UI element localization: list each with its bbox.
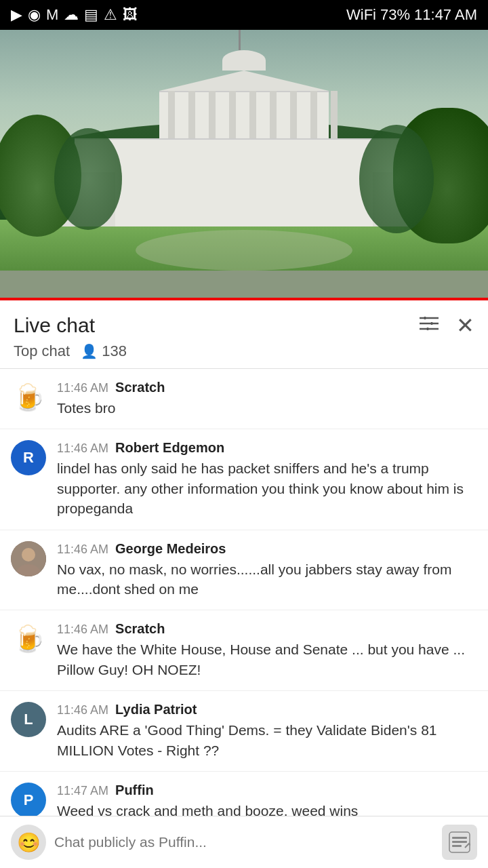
scratch-avatar-emoji: 🍺 — [13, 384, 45, 410]
message-timestamp: 11:47 AM — [57, 784, 108, 798]
m-icon: M — [46, 6, 58, 24]
message-body: 11:46 AM Scratch Totes bro — [57, 380, 477, 418]
message-body: 11:46 AM Robert Edgemon lindel has only … — [57, 440, 477, 518]
message-body: 11:46 AM Lydia Patriot Audits ARE a 'Goo… — [57, 702, 477, 760]
chat-messages-container: 🍺 11:46 AM Scratch Totes bro R 11:46 AM … — [0, 369, 488, 868]
folder-icon: ▤ — [84, 6, 98, 24]
pokeball-icon: ◉ — [28, 6, 41, 24]
smiley-icon: 😊 — [17, 831, 41, 854]
send-superchat-button[interactable] — [442, 825, 477, 860]
message-timestamp: 11:46 AM — [57, 381, 108, 395]
message-author: Lydia Patriot — [115, 702, 197, 717]
avatar: L — [11, 702, 46, 737]
message-timestamp: 11:46 AM — [57, 542, 108, 557]
status-left-icons: ▶ ◉ M ☁ ▤ ⚠ 🖼 — [11, 6, 138, 24]
svg-rect-11 — [452, 841, 467, 843]
message-text: No vax, no mask, no worries......all you… — [57, 559, 477, 599]
header-icon-group: ✕ — [418, 313, 474, 338]
list-item: 🍺 11:46 AM Scratch Totes bro — [0, 369, 488, 429]
image-icon: 🖼 — [123, 6, 138, 24]
svg-rect-12 — [452, 845, 462, 847]
avatar: 🍺 — [11, 621, 46, 656]
message-body: 11:46 AM Scratch We have the White House… — [57, 621, 477, 679]
cloud-icon: ☁ — [64, 6, 79, 24]
message-author: Scratch — [115, 621, 165, 637]
message-text: lindel has only said he has packet sniff… — [57, 458, 477, 518]
avatar — [11, 541, 46, 576]
alert-icon: ⚠ — [104, 6, 117, 24]
status-right-info: WiFi 73% 11:47 AM — [346, 6, 477, 24]
youtube-icon: ▶ — [11, 6, 22, 24]
message-timestamp: 11:46 AM — [57, 623, 108, 637]
chat-input-bar: 😊 — [0, 816, 488, 868]
message-text: Audits ARE a 'Good Thing' Dems. = they V… — [57, 720, 477, 760]
message-timestamp: 11:46 AM — [57, 441, 108, 456]
avatar: P — [11, 783, 46, 818]
live-chat-title: Live chat — [14, 314, 95, 337]
message-author: Robert Edgemon — [115, 440, 224, 456]
message-author: George Medeiros — [115, 541, 226, 557]
close-chat-button[interactable]: ✕ — [456, 313, 474, 338]
list-item: L 11:46 AM Lydia Patriot Audits ARE a 'G… — [0, 691, 488, 772]
message-body: 11:46 AM George Medeiros No vax, no mask… — [57, 541, 477, 599]
status-bar: ▶ ◉ M ☁ ▤ ⚠ 🖼 WiFi 73% 11:47 AM — [0, 0, 488, 30]
wifi-icon: WiFi — [346, 6, 376, 24]
viewer-count: 👤 138 — [81, 342, 127, 360]
chat-header: Live chat ✕ Top chat 👤 138 — [0, 300, 488, 369]
video-thumbnail[interactable] — [0, 30, 488, 298]
message-text: We have the White House, House and Senat… — [57, 639, 477, 679]
svg-point-7 — [22, 548, 35, 561]
list-item: 11:46 AM George Medeiros No vax, no mask… — [0, 530, 488, 611]
message-author: Puffin — [115, 783, 154, 798]
svg-rect-10 — [452, 837, 467, 839]
scratch-avatar-emoji2: 🍺 — [13, 626, 45, 652]
battery-level: 73% — [380, 6, 410, 24]
emoji-button[interactable]: 😊 — [11, 825, 46, 860]
message-author: Scratch — [115, 380, 165, 395]
avatar: 🍺 — [11, 380, 46, 415]
list-item: R 11:46 AM Robert Edgemon lindel has onl… — [0, 429, 488, 530]
top-chat-label: Top chat — [14, 342, 70, 360]
avatar: R — [11, 440, 46, 475]
viewer-icon: 👤 — [81, 343, 98, 359]
message-text: Totes bro — [57, 398, 477, 418]
list-item: 🍺 11:46 AM Scratch We have the White Hou… — [0, 610, 488, 691]
chat-input[interactable] — [54, 834, 434, 850]
message-body: 11:47 AM Puffin Weed vs crack and meth a… — [57, 783, 477, 821]
viewer-count-number: 138 — [102, 342, 127, 360]
message-timestamp: 11:46 AM — [57, 703, 108, 717]
filter-icon[interactable] — [418, 314, 440, 338]
clock: 11:47 AM — [414, 6, 477, 24]
